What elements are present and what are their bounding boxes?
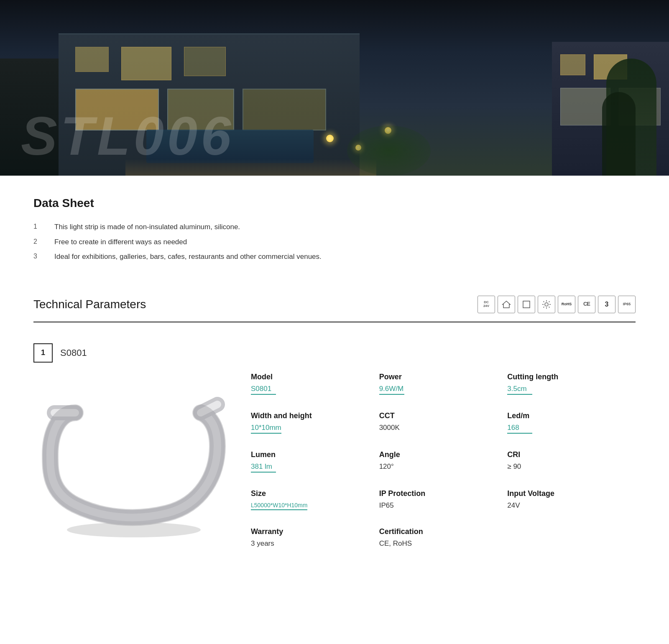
spec-certification: Certification CE, RoHS — [379, 527, 508, 565]
ce-icon: CE — [578, 296, 595, 313]
feature-3: 3 Ideal for exhibitions, galleries, bars… — [33, 251, 636, 262]
warranty-icon: 3 — [598, 296, 615, 313]
spec-cri-value: ≥ 90 — [507, 463, 532, 472]
feature-1-text: This light strip is made of non-insulate… — [54, 222, 240, 233]
spec-cct-label: CCT — [379, 411, 499, 420]
spec-ip-value: IP65 — [379, 501, 404, 511]
rohs-icon: RoHS — [558, 296, 575, 313]
feature-2-text: Free to create in different ways as need… — [54, 237, 187, 248]
spec-width-height-label: Width and height — [251, 411, 371, 420]
spec-cri: CRI ≥ 90 — [507, 450, 636, 489]
spec-cutting-length-value: 3.5cm — [507, 385, 532, 395]
certification-icons: DC24V RoHS — [477, 296, 636, 313]
spec-width-height-value: 10*10mm — [251, 424, 281, 434]
led-strip-image — [33, 375, 234, 542]
feature-1: 1 This light strip is made of non-insula… — [33, 222, 636, 233]
spec-angle-value: 120° — [379, 463, 404, 472]
spec-voltage-label: Input Voltage — [507, 489, 627, 498]
tech-params-title: Technical Parameters — [33, 298, 146, 311]
spec-size-value: L50000*W10*H10mm — [251, 502, 307, 510]
product-section: 1 S0801 — [33, 343, 636, 565]
features-list: 1 This light strip is made of non-insula… — [33, 222, 636, 262]
spec-cct: CCT 3000K — [379, 411, 508, 450]
spec-model: Model S0801 — [251, 373, 379, 411]
sun-icon — [538, 296, 555, 313]
hero-product-code: STL006 — [21, 109, 234, 163]
tech-params-header: Technical Parameters DC24V — [33, 283, 636, 313]
spec-lumen: Lumen 381 lm — [251, 450, 379, 489]
led-strip-svg — [42, 379, 226, 538]
product-header: 1 S0801 — [33, 343, 251, 363]
spec-empty — [507, 527, 636, 565]
svg-rect-1 — [523, 301, 530, 308]
ip65-icon: IP65 — [618, 296, 636, 313]
spec-ip: IP Protection IP65 — [379, 489, 508, 527]
spec-voltage-value: 24V — [507, 501, 532, 511]
spec-lumen-value: 381 lm — [251, 463, 276, 473]
spec-power-value: 9.6W/M — [379, 385, 404, 395]
spec-ledm-value: 168 — [507, 424, 532, 434]
specs-grid: Model S0801 Power 9.6W/M Cutting length … — [251, 343, 636, 565]
spec-width-height: Width and height 10*10mm — [251, 411, 379, 450]
feature-2-number: 2 — [33, 237, 54, 247]
spec-cri-label: CRI — [507, 450, 627, 459]
hero-section: STL006 — [0, 0, 669, 176]
svg-marker-0 — [503, 301, 510, 308]
svg-point-2 — [545, 303, 548, 306]
section-divider — [33, 322, 636, 322]
spec-warranty-label: Warranty — [251, 527, 371, 536]
dc-24v-icon: DC24V — [477, 296, 495, 313]
feature-1-number: 1 — [33, 222, 54, 232]
svg-line-7 — [544, 301, 544, 302]
product-image-area: 1 S0801 — [33, 343, 251, 565]
spec-model-label: Model — [251, 373, 371, 381]
spec-angle: Angle 120° — [379, 450, 508, 489]
svg-line-10 — [544, 307, 544, 307]
spec-certification-value: CE, RoHS — [379, 539, 412, 549]
spec-ip-label: IP Protection — [379, 489, 499, 498]
data-sheet-title: Data Sheet — [33, 197, 636, 210]
svg-line-9 — [549, 301, 550, 302]
spec-cutting-length: Cutting length 3.5cm — [507, 373, 636, 411]
spec-size-label: Size — [251, 489, 371, 498]
spec-angle-label: Angle — [379, 450, 499, 459]
square-icon — [518, 296, 535, 313]
spec-certification-label: Certification — [379, 527, 499, 536]
feature-3-number: 3 — [33, 251, 54, 261]
spec-warranty: Warranty 3 years — [251, 527, 379, 565]
feature-2: 2 Free to create in different ways as ne… — [33, 237, 636, 248]
spec-ledm: Led/m 168 — [507, 411, 636, 450]
spec-voltage: Input Voltage 24V — [507, 489, 636, 527]
spec-power-label: Power — [379, 373, 499, 381]
svg-line-8 — [549, 307, 550, 307]
product-model-header: S0801 — [60, 348, 87, 358]
spec-cct-value: 3000K — [379, 424, 404, 433]
spec-cutting-length-label: Cutting length — [507, 373, 627, 381]
spec-lumen-label: Lumen — [251, 450, 371, 459]
main-content: Data Sheet 1 This light strip is made of… — [0, 176, 669, 586]
spec-size: Size L50000*W10*H10mm — [251, 489, 379, 527]
spec-ledm-label: Led/m — [507, 411, 627, 420]
home-icon — [498, 296, 515, 313]
spec-model-value: S0801 — [251, 385, 276, 395]
spec-warranty-value: 3 years — [251, 539, 276, 549]
spec-power: Power 9.6W/M — [379, 373, 508, 411]
product-number: 1 — [33, 343, 53, 363]
feature-3-text: Ideal for exhibitions, galleries, bars, … — [54, 251, 322, 262]
